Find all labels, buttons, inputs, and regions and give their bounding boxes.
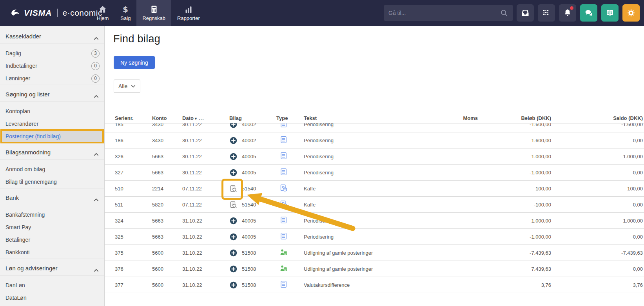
column-header-bilag[interactable]: Bilag xyxy=(229,115,276,121)
sidebar-item-betalinger[interactable]: Betalinger xyxy=(0,234,104,246)
find-voucher-icon[interactable] xyxy=(229,185,238,193)
search-input[interactable] xyxy=(388,10,500,16)
column-more[interactable]: ... xyxy=(199,115,204,121)
sidebar-item-posteringer-find-bilag[interactable]: Posteringer (find bilag) xyxy=(0,130,104,143)
attach-voucher-icon[interactable] xyxy=(229,136,238,145)
sidebar-item-bilag-til-gennemgang[interactable]: Bilag til gennemgang xyxy=(0,176,104,188)
sidebar-section-header[interactable]: Bilagsanmodning xyxy=(0,145,104,160)
table-row[interactable]: 185 3430 30.11.22 40002 Periodisering -1… xyxy=(105,123,644,132)
count-badge: 0 xyxy=(91,74,100,83)
cell-bilag: 40005 xyxy=(229,233,276,241)
topbar: VISMA e·conomic Hjem $ Salg Regnskab Rap… xyxy=(0,0,644,26)
attach-voucher-icon[interactable] xyxy=(229,249,238,257)
cell-serienr: 511 xyxy=(115,202,152,208)
nav-tab-hjem[interactable]: Hjem xyxy=(91,0,114,26)
bilag-number: 51508 xyxy=(242,250,256,256)
nav-tab-salg[interactable]: $ Salg xyxy=(114,0,136,26)
chat-button[interactable] xyxy=(580,4,597,22)
sidebar-section-header[interactable]: Løn og adviseringer xyxy=(0,261,104,276)
cell-tekst: Udligning af gamle posteringer xyxy=(304,250,431,256)
inbox-button[interactable] xyxy=(517,4,534,22)
attach-voucher-icon[interactable] xyxy=(229,233,238,241)
table-row[interactable]: 377 5600 31.10.22 51508 Valutakursdiffer… xyxy=(105,277,644,293)
attach-voucher-icon[interactable] xyxy=(229,168,238,177)
cell-konto: 3430 xyxy=(152,138,182,143)
main-nav: Hjem $ Salg Regnskab Rapporter xyxy=(91,0,206,26)
cell-bilag: 51508 xyxy=(229,265,276,273)
column-header-konto[interactable]: Konto xyxy=(152,115,182,121)
sidebar-item-dataløn[interactable]: DataLøn xyxy=(0,292,104,304)
cell-serienr: 186 xyxy=(115,138,152,143)
column-header-dato[interactable]: Dato▾... xyxy=(182,115,229,121)
find-voucher-icon[interactable] xyxy=(229,201,238,209)
column-header-type[interactable]: Type xyxy=(276,115,304,121)
search-icon[interactable] xyxy=(500,9,508,17)
sidebar-item-danløn[interactable]: DanLøn xyxy=(0,279,104,292)
cell-saldo: 0,00 xyxy=(551,138,643,143)
customer-type-icon xyxy=(279,248,288,256)
cell-type xyxy=(276,136,304,145)
brand-divider xyxy=(57,9,58,17)
cell-belob: -1.000,00 xyxy=(478,234,551,240)
attach-voucher-icon[interactable] xyxy=(229,281,238,289)
sidebar-section-header[interactable]: Søgning og lister xyxy=(0,87,104,102)
journal-type-icon xyxy=(279,152,288,160)
journal-type-icon xyxy=(279,168,288,176)
help-book-button[interactable] xyxy=(601,4,619,22)
cell-belob: 100,00 xyxy=(478,186,551,192)
sidebar-item-leverandører[interactable]: Leverandører xyxy=(0,118,104,130)
sidebar-item-indbetalinger[interactable]: Indbetalinger 0 xyxy=(0,60,104,72)
sidebar-item-bankafstemning[interactable]: Bankafstemning xyxy=(0,208,104,221)
cell-dato: 31.10.22 xyxy=(182,266,229,272)
filter-dropdown[interactable]: Alle xyxy=(114,80,140,93)
cell-konto: 5600 xyxy=(152,282,182,288)
cash-type-icon xyxy=(279,200,288,208)
table-row[interactable]: 511 5820 07.11.22 51540 Kaffe -100,00 0,… xyxy=(105,197,644,213)
column-header-saldo[interactable]: Saldo (DKK) xyxy=(551,115,643,121)
table-row[interactable]: 325 5663 31.10.22 40005 Periodisering -1… xyxy=(105,229,644,245)
column-header-belob[interactable]: Beløb (DKK) xyxy=(478,115,551,121)
table-row[interactable]: 326 5663 30.11.22 40005 Periodisering 1.… xyxy=(105,148,644,165)
column-header-tekst[interactable]: Tekst xyxy=(304,115,431,121)
cell-tekst: Kaffe xyxy=(304,202,431,208)
column-header-serienr[interactable]: Serienr. xyxy=(115,115,152,121)
sidebar-section-header[interactable]: Kassekladder xyxy=(0,29,104,44)
sidebar-item-anmod-om-bilag[interactable]: Anmod om bilag xyxy=(0,163,104,176)
attach-voucher-icon[interactable] xyxy=(229,152,238,161)
sidebar-item-daglig[interactable]: Daglig 3 xyxy=(0,47,104,60)
brand-logo[interactable]: VISMA e·conomic xyxy=(10,0,102,26)
cell-saldo: -1.600,00 xyxy=(551,123,643,127)
bar-chart-icon xyxy=(184,5,193,14)
nav-tab-regnskab[interactable]: Regnskab xyxy=(136,0,171,26)
table-row[interactable]: 510 2214 07.11.22 51540 Kaffe 100,00 100… xyxy=(105,181,644,197)
sidebar-item-bankkonti[interactable]: Bankkonti xyxy=(0,246,104,259)
settings-button[interactable] xyxy=(622,4,640,22)
cell-saldo: 1.000,00 xyxy=(551,154,643,159)
column-header-moms[interactable]: Moms xyxy=(431,115,478,121)
attach-voucher-icon[interactable] xyxy=(229,217,238,225)
table-row[interactable]: 375 5600 31.10.22 51508 Udligning af gam… xyxy=(105,245,644,261)
cell-tekst: Periodisering xyxy=(304,234,431,240)
notifications-button[interactable] xyxy=(559,4,576,22)
sidebar-item-kontoplan[interactable]: Kontoplan xyxy=(0,105,104,118)
sidebar-item-lønninger[interactable]: Lønninger 0 xyxy=(0,72,104,85)
cell-type xyxy=(276,248,304,257)
table-row[interactable]: 327 5663 30.11.22 40005 Periodisering -1… xyxy=(105,165,644,181)
bilag-number: 40005 xyxy=(242,234,256,240)
sidebar-item-smart-pay[interactable]: Smart Pay xyxy=(0,221,104,234)
cell-serienr: 376 xyxy=(115,266,152,272)
nav-tab-rapporter[interactable]: Rapporter xyxy=(171,0,206,26)
table-row[interactable]: 376 5600 31.10.22 51508 Udligning af gam… xyxy=(105,261,644,277)
page-title: Find bilag xyxy=(113,33,160,45)
journal-type-icon xyxy=(279,216,288,224)
attach-voucher-icon[interactable] xyxy=(229,123,238,129)
table-row[interactable]: 186 3430 30.11.22 40002 Periodisering 1.… xyxy=(105,132,644,148)
apps-button[interactable] xyxy=(538,4,555,22)
sidebar-item-proløn[interactable]: Proløn xyxy=(0,304,104,306)
cell-dato: 07.11.22 xyxy=(182,186,229,192)
table-row[interactable]: 324 5663 31.10.22 40005 Periodisering 1.… xyxy=(105,213,644,229)
new-search-button[interactable]: Ny søgning xyxy=(114,56,155,69)
cell-serienr: 375 xyxy=(115,250,152,256)
sidebar-section-header[interactable]: Bank xyxy=(0,190,104,205)
attach-voucher-icon[interactable] xyxy=(229,265,238,273)
